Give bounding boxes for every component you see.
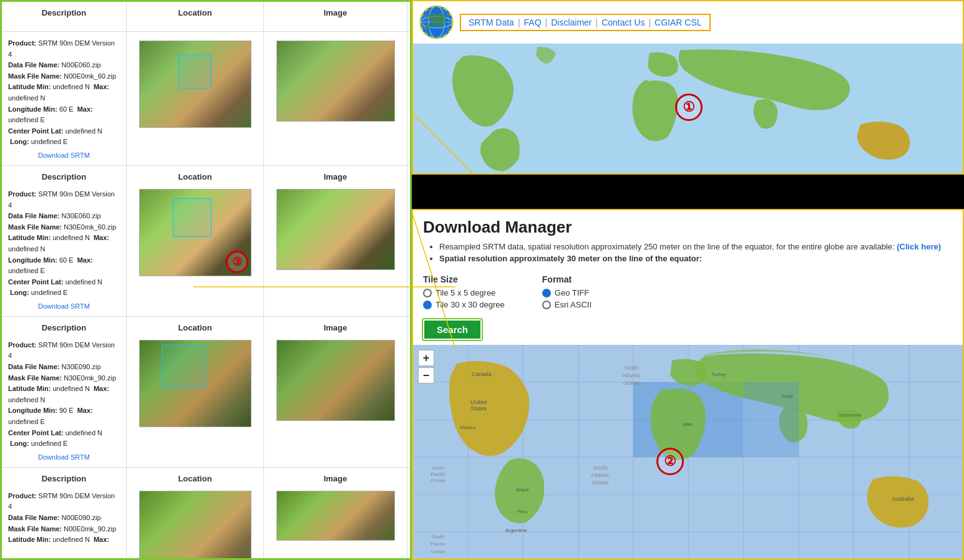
svg-text:States: States xyxy=(470,405,487,412)
annotation-3: ③ xyxy=(226,251,248,273)
svg-text:Brazil: Brazil xyxy=(516,487,528,493)
tile-5x5-option[interactable]: Tile 5 x 5 degree xyxy=(423,288,505,297)
click-here-link[interactable]: (Click here) xyxy=(897,242,941,251)
image-thumbnail-3 xyxy=(276,340,395,421)
svg-text:South: South xyxy=(432,534,445,539)
image-cell-2: Image xyxy=(264,166,407,316)
download-link-1[interactable]: Download SRTM xyxy=(8,152,120,159)
svg-text:Ocean: Ocean xyxy=(592,480,609,486)
svg-text:South: South xyxy=(593,465,608,471)
esri-ascii-option[interactable]: Esri ASCII xyxy=(542,300,592,309)
svg-text:United: United xyxy=(470,399,487,405)
leaflet-map-svg: United States Mexico North Pacific Ocean… xyxy=(413,345,964,560)
geo-tiff-radio[interactable] xyxy=(542,289,551,297)
svg-text:Pacific: Pacific xyxy=(431,541,445,547)
svg-text:Argentina: Argentina xyxy=(505,528,527,533)
description-cell-1: Product: SRTM 90m DEM Version 4 Data Fil… xyxy=(2,32,127,165)
location-map-4 xyxy=(139,491,251,560)
svg-rect-29 xyxy=(744,382,799,420)
navigation-bar: SRTM Data | FAQ | Disclaimer | Contact U… xyxy=(413,1,963,44)
tile-30x30-radio[interactable] xyxy=(423,301,432,309)
svg-text:Ocean: Ocean xyxy=(431,549,445,554)
zoom-in-button[interactable]: + xyxy=(418,350,434,366)
interactive-map[interactable]: + − xyxy=(413,345,964,560)
tile-size-group: Tile Size Tile 5 x 5 degree Tile 30 x 30… xyxy=(423,274,505,312)
geo-tiff-option[interactable]: Geo TIFF xyxy=(542,288,592,297)
location-cell-3: Location xyxy=(127,317,264,467)
nav-cgiar[interactable]: CGIAR CSL xyxy=(651,16,705,29)
dm-info: Resampled SRTM data, spatial resolution … xyxy=(429,242,953,263)
location-map-3 xyxy=(139,340,251,427)
dm-title: Download Manager xyxy=(423,218,953,237)
nav-disclaimer[interactable]: Disclaimer xyxy=(547,16,595,29)
image-thumbnail-1 xyxy=(276,41,395,122)
nav-links-container: SRTM Data | FAQ | Disclaimer | Contact U… xyxy=(460,14,711,31)
svg-text:Mexico: Mexico xyxy=(460,425,476,430)
image-cell-3: Image xyxy=(264,317,407,467)
description-cell-3: Description Product: SRTM 90m DEM Versio… xyxy=(2,317,127,467)
svg-text:Ocean: Ocean xyxy=(623,380,640,386)
tile-30x30-option[interactable]: Tile 30 x 30 degree xyxy=(423,300,505,309)
annotation-2: ② xyxy=(656,448,684,475)
location-cell-1 xyxy=(127,32,264,165)
zoom-out-button[interactable]: − xyxy=(418,367,434,384)
image-thumbnail-2 xyxy=(276,189,395,270)
esri-ascii-radio[interactable] xyxy=(542,301,551,309)
svg-text:Pacific: Pacific xyxy=(431,471,445,477)
dm-options: Tile Size Tile 5 x 5 degree Tile 30 x 30… xyxy=(413,269,963,317)
location-map-1 xyxy=(139,41,251,128)
download-link-3[interactable]: Download SRTM xyxy=(8,453,120,461)
image-thumbnail-4 xyxy=(276,491,395,541)
nav-faq[interactable]: FAQ xyxy=(520,16,545,29)
table-row: Product: SRTM 90m DEM Version 4 Data Fil… xyxy=(2,32,410,166)
svg-text:Atlantic: Atlantic xyxy=(622,372,641,379)
col-header-description: Description xyxy=(2,2,127,31)
image-cell-1 xyxy=(264,32,407,165)
world-map-top[interactable]: ① xyxy=(413,44,963,175)
svg-text:Atlantic: Atlantic xyxy=(591,472,610,478)
location-map-2: ③ xyxy=(139,189,251,276)
table-row: Description Product: SRTM 90m DEM Versio… xyxy=(2,468,410,560)
svg-text:Mali: Mali xyxy=(683,422,693,427)
location-cell-2: Location ③ xyxy=(127,166,264,316)
col-header-image: Image xyxy=(264,2,407,31)
svg-text:Ocean: Ocean xyxy=(431,478,445,483)
map-controls: + − xyxy=(418,350,434,385)
svg-text:Indonesia: Indonesia xyxy=(839,412,861,418)
table-row: Description Product: SRTM 90m DEM Versio… xyxy=(2,166,410,317)
format-group: Format Geo TIFF Esri ASCII xyxy=(542,274,592,312)
svg-text:North: North xyxy=(432,465,444,471)
svg-text:Canada: Canada xyxy=(472,371,492,377)
tile-5x5-radio[interactable] xyxy=(423,289,432,297)
image-cell-4: Image xyxy=(264,468,407,560)
location-cell-4: Location xyxy=(127,468,264,560)
svg-text:India: India xyxy=(782,393,793,399)
nav-srtm-data[interactable]: SRTM Data xyxy=(465,16,518,29)
svg-text:Peru: Peru xyxy=(517,509,528,514)
table-row: Description Product: SRTM 90m DEM Versio… xyxy=(2,317,410,468)
nav-contact-us[interactable]: Contact Us xyxy=(598,16,648,29)
srtm-website-panel: SRTM Data | FAQ | Disclaimer | Contact U… xyxy=(412,0,964,175)
description-cell-2: Description Product: SRTM 90m DEM Versio… xyxy=(2,166,127,316)
annotation-1: ① xyxy=(675,94,703,121)
left-data-panel: Description Location Image Product: SRTM… xyxy=(0,0,412,560)
col-header-location: Location xyxy=(127,2,264,31)
svg-rect-30 xyxy=(744,420,799,457)
globe-icon xyxy=(419,5,454,39)
download-link-2[interactable]: Download SRTM xyxy=(8,302,120,310)
search-button[interactable]: Search xyxy=(423,319,482,340)
svg-text:Australia: Australia xyxy=(892,496,913,502)
svg-text:North: North xyxy=(625,365,638,371)
description-cell-4: Description Product: SRTM 90m DEM Versio… xyxy=(2,468,127,560)
download-manager-panel: Download Manager Resampled SRTM data, sp… xyxy=(412,209,964,560)
svg-text:Turkey: Turkey xyxy=(711,372,726,377)
dm-header: Download Manager Resampled SRTM data, sp… xyxy=(413,210,963,269)
